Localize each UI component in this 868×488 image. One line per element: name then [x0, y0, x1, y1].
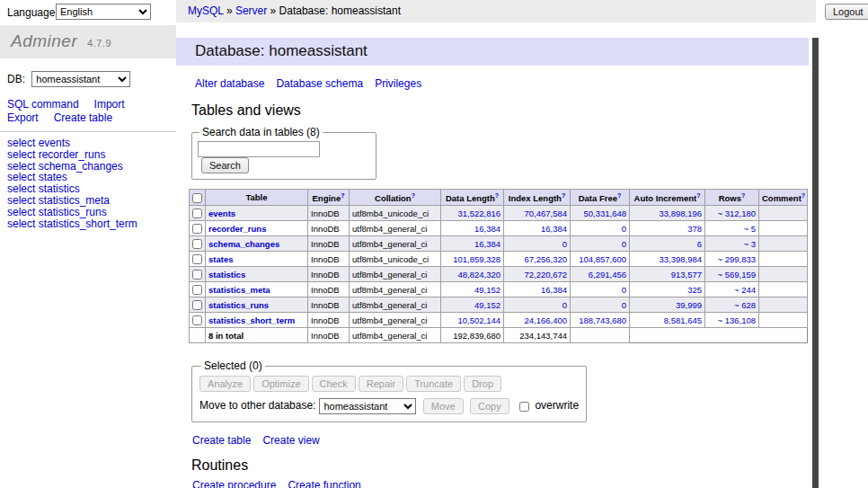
index-length-link[interactable]: 24,166,400 [524, 315, 567, 325]
row-checkbox-statistics[interactable] [192, 270, 202, 279]
row-checkbox-statistics-meta[interactable] [192, 285, 202, 295]
row-checkbox-schema-changes[interactable] [192, 239, 202, 249]
rows-link[interactable]: ~ 5 [744, 224, 756, 234]
column-hint-link[interactable]: ? [341, 192, 344, 199]
select-all-checkbox[interactable] [192, 193, 202, 203]
rows-link[interactable]: ~ 628 [734, 300, 756, 310]
column-hint-link[interactable]: ? [562, 192, 565, 199]
table-link-states[interactable]: states [208, 254, 233, 264]
table-link-recorder-runs[interactable]: recorder_runs [208, 224, 266, 234]
truncate-button[interactable]: Truncate [406, 376, 461, 392]
data-length-link[interactable]: 101,859,328 [453, 254, 500, 264]
table-link-events[interactable]: events [208, 209, 235, 218]
data-length-link[interactable]: 31,522,816 [457, 209, 500, 218]
link-create-table[interactable]: Create table [192, 434, 251, 447]
index-length-link[interactable]: 16,384 [541, 285, 567, 295]
row-checkbox-events[interactable] [192, 209, 202, 218]
auto-increment-link[interactable]: 33,398,984 [659, 254, 702, 264]
data-free-link[interactable]: 188,743,680 [579, 315, 626, 325]
column-hint-link[interactable]: ? [412, 192, 415, 199]
sidebar-item-select-statistics-short-term[interactable]: select statistics_short_term [7, 218, 176, 230]
column-hint-link[interactable]: ? [802, 192, 805, 199]
analyze-button[interactable]: Analyze [199, 376, 251, 392]
data-free-link[interactable]: 6,291,456 [589, 270, 626, 279]
language-select[interactable]: English [56, 4, 151, 20]
rows-link[interactable]: ~ 244 [734, 285, 756, 295]
column-hint-link[interactable]: ? [696, 192, 700, 199]
sidebar-item-select-statistics-meta[interactable]: select statistics_meta [7, 195, 176, 207]
move-button[interactable]: Move [423, 398, 464, 414]
action-privileges[interactable]: Privileges [375, 77, 421, 90]
drop-button[interactable]: Drop [464, 376, 501, 392]
auto-increment-link[interactable]: 6 [697, 239, 702, 249]
link-create-view[interactable]: Create view [262, 434, 319, 447]
breadcrumb-link-server[interactable]: Server [235, 4, 267, 17]
column-hint-link[interactable]: ? [617, 192, 621, 199]
data-free-link[interactable]: 104,857,600 [579, 254, 626, 264]
rows-link[interactable]: ~ 312,180 [717, 209, 756, 218]
table-link-statistics-meta[interactable]: statistics_meta [208, 285, 270, 295]
overwrite-checkbox[interactable] [519, 402, 529, 412]
repair-button[interactable]: Repair [359, 376, 403, 392]
data-length-link[interactable]: 16,384 [474, 224, 500, 234]
table-link-schema-changes[interactable]: schema_changes [208, 239, 279, 249]
table-link-statistics[interactable]: statistics [208, 270, 245, 279]
index-length-link[interactable]: 72,220,672 [524, 270, 567, 279]
move-db-select[interactable]: homeassistant [319, 398, 416, 414]
column-hint-link[interactable]: ? [495, 192, 499, 199]
data-free-link[interactable]: 0 [622, 224, 626, 234]
action-database-schema[interactable]: Database schema [276, 77, 363, 90]
auto-increment-link[interactable]: 8,581,645 [664, 315, 702, 325]
index-length-link[interactable]: 16,384 [541, 224, 567, 234]
data-length-link[interactable]: 49,152 [474, 285, 500, 295]
data-length-link[interactable]: 48,824,320 [457, 270, 500, 279]
rows-link[interactable]: ~ 3 [744, 239, 756, 249]
data-length-link[interactable]: 49,152 [474, 300, 500, 310]
data-free-link[interactable]: 0 [622, 285, 626, 295]
breadcrumb-link-mysql[interactable]: MySQL [188, 4, 224, 17]
index-length-link[interactable]: 67,256,320 [524, 254, 567, 264]
db-select[interactable]: homeassistant [31, 71, 130, 87]
data-length-link[interactable]: 16,384 [474, 239, 500, 249]
sidebar-link-sql-command[interactable]: SQL command [7, 98, 79, 111]
sidebar-link-export[interactable]: Export [7, 111, 39, 124]
optimize-button[interactable]: Optimize [253, 376, 308, 392]
index-length-link[interactable]: 0 [562, 300, 567, 310]
sidebar-item-select-statistics-runs[interactable]: select statistics_runs [7, 207, 176, 218]
logout-button[interactable]: Logout [825, 4, 868, 20]
action-alter-database[interactable]: Alter database [195, 77, 264, 90]
index-length-link[interactable]: 0 [562, 239, 567, 249]
sidebar-link-create-table[interactable]: Create table [54, 111, 112, 124]
column-hint-link[interactable]: ? [741, 192, 745, 199]
row-checkbox-statistics-runs[interactable] [192, 300, 202, 310]
search-input[interactable] [198, 141, 320, 157]
rows-link[interactable]: ~ 299,833 [717, 254, 756, 264]
rows-link[interactable]: ~ 569,159 [717, 270, 756, 279]
rows-link[interactable]: ~ 136,108 [717, 315, 756, 325]
data-free-link[interactable]: 50,331,648 [583, 209, 626, 218]
sidebar-item-select-events[interactable]: select events [7, 138, 176, 149]
search-button[interactable]: Search [201, 157, 249, 173]
index-length-link[interactable]: 70,467,584 [524, 209, 567, 218]
auto-increment-link[interactable]: 913,577 [671, 270, 702, 279]
auto-increment-link[interactable]: 378 [687, 224, 702, 234]
check-button[interactable]: Check [312, 376, 356, 392]
link-create-procedure[interactable]: Create procedure [192, 479, 276, 488]
row-checkbox-statistics-short-term[interactable] [192, 315, 202, 325]
row-checkbox-recorder-runs[interactable] [192, 224, 202, 234]
copy-button[interactable]: Copy [470, 398, 509, 414]
sidebar-link-import[interactable]: Import [94, 98, 125, 111]
overwrite-option[interactable]: overwrite [519, 399, 579, 412]
sidebar-item-select-recorder-runs[interactable]: select recorder_runs [7, 149, 176, 161]
row-checkbox-states[interactable] [192, 254, 202, 264]
auto-increment-link[interactable]: 33,898,196 [659, 209, 702, 218]
auto-increment-link[interactable]: 39,999 [676, 300, 702, 310]
data-free-link[interactable]: 0 [622, 239, 626, 249]
content-scrollbar[interactable] [812, 38, 819, 488]
auto-increment-link[interactable]: 325 [687, 285, 702, 295]
table-link-statistics-short-term[interactable]: statistics_short_term [208, 315, 295, 325]
adminer-logo-link[interactable]: Adminer [11, 31, 77, 50]
data-free-link[interactable]: 0 [622, 300, 626, 310]
data-length-link[interactable]: 10,502,144 [457, 315, 500, 325]
table-link-statistics-runs[interactable]: statistics_runs [208, 300, 269, 310]
